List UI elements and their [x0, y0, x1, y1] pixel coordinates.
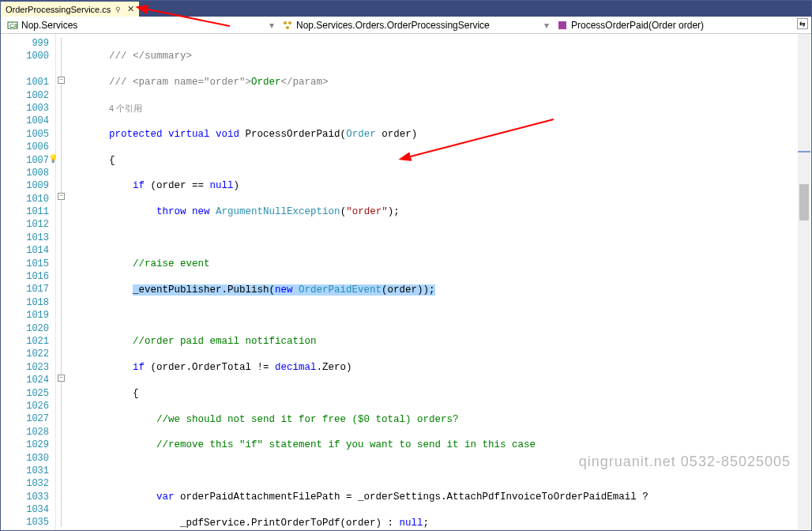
- svg-point-3: [288, 21, 291, 24]
- xml-comment: ///: [109, 51, 133, 62]
- line-number: 1008: [1, 167, 49, 179]
- lightbulb-icon[interactable]: 💡: [48, 154, 58, 164]
- breadcrumb-class[interactable]: Nop.Services.Orders.OrderProcessingServi…: [279, 20, 539, 31]
- scrollbar-thumb[interactable]: [799, 184, 809, 220]
- scrollbar-marker: [798, 151, 810, 153]
- line-number: [1, 63, 49, 76]
- line-number: 1016: [1, 270, 49, 283]
- line-number: 1030: [1, 452, 49, 465]
- line-number: 1033: [1, 491, 49, 503]
- line-number: 1006: [1, 141, 49, 153]
- breadcrumb-member-label: ProcessOrderPaid(Order order): [571, 20, 704, 31]
- line-number: 1031: [1, 465, 49, 477]
- line-number: 1017: [1, 283, 49, 296]
- line-number: 1018: [1, 296, 49, 309]
- line-number-gutter: 9991000100110021003100410051006100710081…: [1, 34, 56, 530]
- line-number: 1007: [1, 154, 49, 167]
- line-number: 1025: [1, 387, 49, 400]
- line-number: 1019: [1, 309, 49, 322]
- line-number: 1029: [1, 439, 49, 451]
- breadcrumb-member[interactable]: ProcessOrderPaid(Order order): [554, 20, 707, 31]
- line-number: 1001: [1, 76, 49, 88]
- line-number: 1010: [1, 193, 49, 205]
- editor-window: OrderProcessingService.cs ⚲ ✕ C# Nop.Ser…: [0, 0, 812, 531]
- svg-rect-5: [558, 21, 566, 29]
- svg-point-2: [284, 21, 287, 24]
- line-number: 1011: [1, 205, 49, 218]
- editor-area: 9991000100110021003100410051006100710081…: [1, 34, 811, 530]
- line-number: 1013: [1, 232, 49, 244]
- code-content[interactable]: /// </summary> /// <param name="order">O…: [69, 34, 811, 530]
- line-number: 1021: [1, 335, 49, 348]
- codelens-refs[interactable]: 4 个引用: [109, 104, 142, 113]
- line-number: 1004: [1, 115, 49, 127]
- pin-icon[interactable]: ⚲: [115, 6, 121, 13]
- line-number: 1005: [1, 128, 49, 141]
- line-number: 1002: [1, 89, 49, 102]
- line-number: 1035: [1, 516, 49, 529]
- line-number: 1026: [1, 400, 49, 412]
- close-icon[interactable]: ✕: [127, 4, 134, 14]
- line-number: 1027: [1, 412, 49, 425]
- fold-toggle[interactable]: −: [58, 375, 65, 382]
- line-number: 1009: [1, 179, 49, 192]
- file-tab[interactable]: OrderProcessingService.cs ⚲ ✕: [1, 1, 139, 17]
- line-number: 1020: [1, 322, 49, 335]
- chevron-down-icon[interactable]: ▾: [539, 20, 554, 31]
- csharp-icon: C#: [7, 20, 18, 31]
- line-number: 1014: [1, 244, 49, 257]
- breadcrumb-scope-label: Nop.Services: [21, 20, 77, 31]
- line-number: 1015: [1, 258, 49, 270]
- line-number: 1022: [1, 348, 49, 360]
- line-number: 1012: [1, 218, 49, 231]
- fold-column: − 💡 − −: [56, 34, 69, 530]
- chevron-down-icon[interactable]: ▾: [265, 20, 279, 31]
- method-icon: [557, 20, 568, 31]
- line-number: 1003: [1, 102, 49, 115]
- breadcrumb-class-label: Nop.Services.Orders.OrderProcessingServi…: [296, 20, 490, 31]
- split-icon[interactable]: ⇆: [797, 18, 808, 29]
- line-number: 1024: [1, 374, 49, 386]
- class-icon: [282, 20, 293, 31]
- line-number: 1032: [1, 477, 49, 490]
- line-number: 1028: [1, 426, 49, 439]
- vertical-scrollbar[interactable]: [798, 34, 810, 529]
- line-number: 1034: [1, 503, 49, 516]
- svg-point-4: [286, 26, 289, 29]
- tab-title: OrderProcessingService.cs: [6, 5, 111, 14]
- breadcrumb-bar: C# Nop.Services ▾ Nop.Services.Orders.Or…: [1, 17, 811, 34]
- fold-toggle[interactable]: −: [58, 77, 65, 84]
- svg-text:C#: C#: [9, 22, 18, 29]
- breadcrumb-scope[interactable]: C# Nop.Services: [4, 20, 265, 31]
- line-number: 999: [1, 37, 49, 50]
- fold-toggle[interactable]: −: [58, 193, 65, 200]
- tab-bar: OrderProcessingService.cs ⚲ ✕: [1, 1, 811, 17]
- line-number: 1023: [1, 361, 49, 374]
- line-number: 1000: [1, 50, 49, 62]
